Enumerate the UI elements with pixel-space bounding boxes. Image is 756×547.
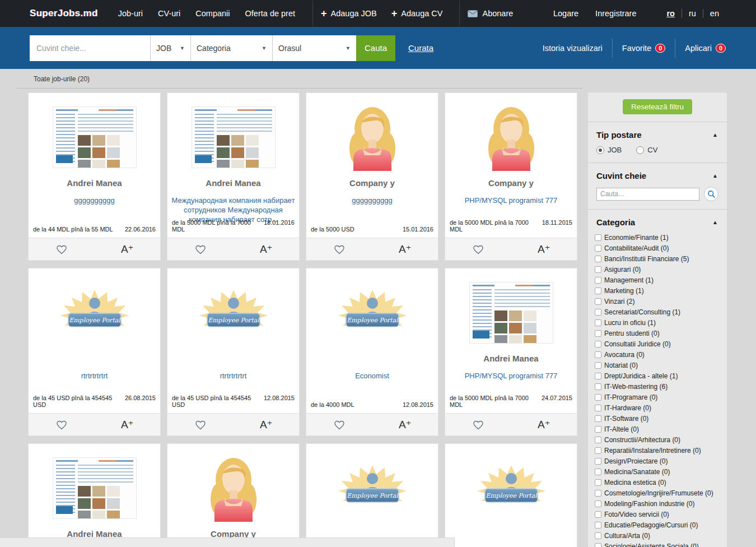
category-checkbox-item[interactable]: Educatie/Pedagogie/Cursuri (0) <box>595 520 721 530</box>
category-checkbox-item[interactable]: Pentru studenti (0) <box>595 328 721 339</box>
category-checkbox-item[interactable]: Consultatii Juridice (0) <box>595 339 721 349</box>
checkbox-icon[interactable] <box>595 415 601 422</box>
checkbox-icon[interactable] <box>595 309 601 316</box>
category-section-header[interactable]: Categoria ▲ <box>588 210 727 232</box>
favorite-heart-button[interactable] <box>29 420 95 430</box>
category-checkbox-item[interactable]: Modeling/Fashion industrie (0) <box>595 498 721 509</box>
favorite-heart-button[interactable] <box>29 244 95 254</box>
job-title-link[interactable]: gggggggggg <box>348 196 395 205</box>
category-checkbox-item[interactable]: IT-Software (0) <box>595 413 721 424</box>
category-checkbox-item[interactable]: Banci/Institutii Financiare (5) <box>595 253 721 264</box>
checkbox-icon[interactable] <box>595 330 601 337</box>
category-checkbox-item[interactable]: Avocatura (0) <box>595 349 721 360</box>
checkbox-icon[interactable] <box>595 543 601 547</box>
apply-button[interactable]: A⁺ <box>372 243 438 256</box>
category-checkbox-item[interactable]: Reparatii/Instalare/Intretinere (0) <box>595 445 721 456</box>
category-checkbox-item[interactable]: Cultura/Arta (0) <box>595 530 721 541</box>
category-select[interactable]: Categoria ▼ <box>190 35 272 61</box>
checkbox-icon[interactable] <box>595 277 601 284</box>
job-title-link[interactable]: rtrtrtrtrtrt <box>78 371 111 381</box>
reset-filter-button[interactable]: Resetează filtru <box>623 99 692 114</box>
nav-item-joburi[interactable]: Job-uri <box>118 9 143 18</box>
category-checkbox-item[interactable]: IT-Web-mastering (6) <box>595 381 721 392</box>
apply-button[interactable]: A⁺ <box>234 418 300 431</box>
type-section-header[interactable]: Tip postare ▲ <box>588 122 727 145</box>
nav-item-companii[interactable]: Companii <box>195 9 230 18</box>
subscribe-link[interactable]: Abonare <box>468 9 513 18</box>
apply-button[interactable]: A⁺ <box>95 418 161 431</box>
job-title-link[interactable]: Economist <box>352 371 393 381</box>
category-checkbox-item[interactable]: Constructii/Arhitectura (0) <box>595 434 721 445</box>
category-checkbox-item[interactable]: Contabilitate/Audit (0) <box>595 243 721 253</box>
apply-button[interactable]: A⁺ <box>511 243 577 256</box>
type-select[interactable]: JOB ▼ <box>150 35 190 61</box>
favorite-heart-button[interactable] <box>167 420 234 430</box>
category-checkbox-item[interactable]: Cosmetologie/Ingrijire/Frumusete (0) <box>595 488 721 498</box>
city-select[interactable]: Orasul ▼ <box>272 35 356 61</box>
category-checkbox-item[interactable]: IT-Programare (0) <box>595 392 721 402</box>
checkbox-icon[interactable] <box>595 458 601 465</box>
category-checkbox-item[interactable]: Medicina estetica (0) <box>595 477 721 488</box>
checkbox-icon[interactable] <box>595 490 601 497</box>
checkbox-icon[interactable] <box>595 532 601 539</box>
radio-option-cv[interactable]: CV <box>636 146 657 154</box>
checkbox-icon[interactable] <box>595 298 601 305</box>
checkbox-icon[interactable] <box>595 341 601 347</box>
nav-item-cvuri[interactable]: CV-uri <box>158 9 180 18</box>
checkbox-icon[interactable] <box>595 266 601 273</box>
category-checkbox-item[interactable]: Vinzari (2) <box>595 296 721 307</box>
checkbox-icon[interactable] <box>595 234 601 241</box>
favorite-heart-button[interactable] <box>306 244 372 254</box>
nav-item-oferta[interactable]: Oferta de pret <box>245 9 295 18</box>
category-checkbox-item[interactable]: Asigurari (0) <box>595 264 721 275</box>
sidebar-keyword-input[interactable] <box>596 188 699 201</box>
lang-ru[interactable]: ru <box>682 9 703 18</box>
category-checkbox-item[interactable]: Design/Proiectare (0) <box>595 456 721 466</box>
checkbox-icon[interactable] <box>595 245 601 252</box>
favorite-heart-button[interactable] <box>445 244 511 254</box>
horizontal-scrollbar[interactable] <box>0 537 455 547</box>
checkbox-icon[interactable] <box>595 447 601 454</box>
category-checkbox-item[interactable]: Drept/Juridica - altele (1) <box>595 370 721 381</box>
lang-en[interactable]: en <box>703 9 726 18</box>
checkbox-icon[interactable] <box>595 256 601 262</box>
job-title-link[interactable]: PHP/MYSQL programist 777 <box>461 371 561 381</box>
sidebar-search-button[interactable] <box>704 187 718 201</box>
radio-option-job[interactable]: JOB <box>596 146 622 154</box>
checkbox-icon[interactable] <box>595 351 601 358</box>
job-title-link[interactable]: gggggggggg <box>71 196 118 205</box>
add-job-button[interactable]: + Adauga JOB <box>321 8 377 18</box>
favorite-heart-button[interactable] <box>445 420 511 430</box>
category-checkbox-item[interactable]: Secretariat/Consulting (1) <box>595 307 721 317</box>
apply-button[interactable]: A⁺ <box>95 243 161 256</box>
site-logo[interactable]: SuperJobs.md <box>30 8 98 19</box>
radio-unselected-icon[interactable] <box>636 146 644 154</box>
apply-button[interactable]: A⁺ <box>511 418 577 431</box>
keyword-section-header[interactable]: Cuvint cheie ▲ <box>588 163 727 186</box>
category-checkbox-item[interactable]: Lucru in oficiu (1) <box>595 317 721 328</box>
category-checkbox-item[interactable]: IT-Hardware (0) <box>595 402 721 413</box>
category-checkbox-item[interactable]: Economie/Finante (1) <box>595 232 721 243</box>
category-checkbox-item[interactable]: Foto/Video servicii (0) <box>595 509 721 520</box>
category-checkbox-item[interactable]: Notariat (0) <box>595 360 721 370</box>
register-link[interactable]: Inregistrare <box>595 9 636 18</box>
radio-selected-icon[interactable] <box>596 146 604 154</box>
checkbox-icon[interactable] <box>595 500 601 507</box>
category-checkbox-item[interactable]: Marketing (1) <box>595 285 721 296</box>
view-history-link[interactable]: Istoria vizualizari <box>543 44 603 53</box>
category-checkbox-item[interactable]: IT-Altele (0) <box>595 424 721 434</box>
login-link[interactable]: Logare <box>553 9 578 18</box>
checkbox-icon[interactable] <box>595 405 601 411</box>
checkbox-icon[interactable] <box>595 319 601 326</box>
checkbox-icon[interactable] <box>595 373 601 379</box>
checkbox-icon[interactable] <box>595 394 601 401</box>
checkbox-icon[interactable] <box>595 511 601 518</box>
apply-button[interactable]: A⁺ <box>234 243 300 256</box>
favorite-heart-button[interactable] <box>306 420 372 430</box>
job-title-link[interactable]: PHP/MYSQL programist 777 <box>461 196 561 205</box>
checkbox-icon[interactable] <box>595 479 601 486</box>
lang-ro[interactable]: ro <box>660 9 682 18</box>
checkbox-icon[interactable] <box>595 288 601 294</box>
category-checkbox-item[interactable]: Management (1) <box>595 275 721 285</box>
favorite-heart-button[interactable] <box>167 244 234 254</box>
